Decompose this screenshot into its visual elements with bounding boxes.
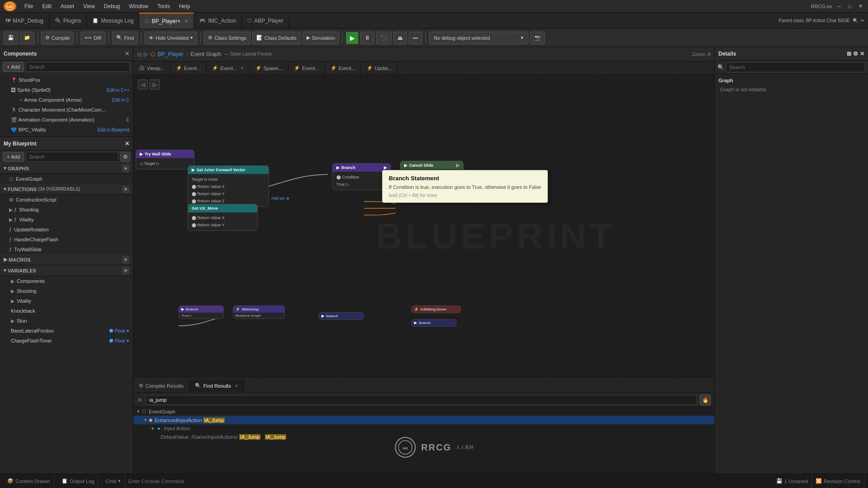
bottom-tab-find[interactable]: 🔍 Find Results ✕ [189, 379, 244, 393]
comp-sprite[interactable]: 🖼 Sprite (Sprite0) Edit in C++ [0, 85, 133, 95]
settings-button[interactable]: ⚙ [120, 152, 130, 162]
components-close[interactable]: ✕ [125, 51, 129, 57]
bottom-tab-compiler[interactable]: ⚙ Compiler Results [133, 379, 189, 393]
details-grid-icon[interactable]: ⊞ [847, 51, 851, 57]
graph-tab-event3[interactable]: ⚡ Event... [288, 61, 325, 75]
output-log-button[interactable]: 📋 Output Log [58, 474, 98, 488]
shooting-fn-item[interactable]: ▶ ƒ Shooting [0, 205, 133, 215]
node-try-wall-slide[interactable]: ▶ Try Wall Slide ◁ Target ▷ [136, 150, 194, 169]
my-blueprint-search[interactable] [26, 152, 118, 162]
add-macro-button[interactable]: + [122, 256, 129, 263]
tab-bp-player[interactable]: ⬡ BP_Player+ ✕ [139, 13, 194, 29]
class-defaults-button[interactable]: 📝 Class Defaults [252, 32, 301, 44]
details-search-input[interactable] [726, 62, 865, 72]
hide-unrelated-button[interactable]: 👁 Hide Unrelated ▾ [145, 32, 197, 44]
comp-shootpos[interactable]: 📍 ShootPos [0, 75, 133, 85]
eject-button[interactable]: ⏏ [393, 32, 407, 44]
close-btn[interactable]: ✕ [857, 3, 864, 9]
find-button-execute[interactable]: 🔥 [700, 394, 711, 405]
tab-map-debug[interactable]: 🗺 MAP_Debug [0, 13, 49, 29]
graph-tab-event2[interactable]: ⚡ Event... ✕ [207, 61, 250, 75]
construction-script-item[interactable]: ⚙ ConstructionScript [0, 195, 133, 205]
menu-edit[interactable]: Edit [38, 2, 56, 10]
try-wall-slide-item[interactable]: ƒ TryWallSlide [0, 244, 133, 254]
console-input[interactable] [128, 476, 769, 486]
components-search[interactable] [26, 62, 130, 72]
mbp-add-button[interactable]: + Add [3, 152, 24, 162]
menu-window[interactable]: Window [124, 2, 153, 10]
find-results-close[interactable]: ✕ [235, 384, 238, 388]
result-default-value[interactable]: DefaultValue: /Game/Input/Actions/ IA_Ju… [133, 433, 714, 441]
debug-object-dropdown[interactable]: No debug object selected ▾ [429, 32, 528, 44]
menu-file[interactable]: File [20, 2, 38, 10]
simulation-button[interactable]: ▶ Simulation [302, 32, 339, 44]
menu-help[interactable]: Help [175, 2, 195, 10]
find-search-input[interactable] [145, 395, 697, 405]
node-set-actor-fwd[interactable]: ▶ Set Actor Forward Vector Target in Act… [188, 165, 269, 207]
comp-bpc-vitality[interactable]: 💙 BPC_Vitality Edit in Blueprint [0, 125, 133, 135]
graph-tab-event4[interactable]: ⚡ Event... [325, 61, 361, 75]
details-close[interactable]: ✕ [860, 51, 864, 57]
nav-fwd-icon[interactable]: ▷ [144, 51, 148, 57]
nav-back-icon[interactable]: ◁ [137, 51, 141, 57]
var-shooting[interactable]: ▶ Shooting [0, 286, 133, 296]
node-get-ux-move[interactable]: Get UX_Move ⬤ Return Value X ⬤ Return Va… [188, 204, 258, 231]
find-button[interactable]: 🔍 Find [112, 32, 138, 44]
var-charge-flash-timer[interactable]: ChargeFlashTimer Float ▾ [0, 336, 133, 346]
stop-button[interactable]: ⬛ [376, 32, 392, 44]
var-vitality[interactable]: ▶ Vitality [0, 296, 133, 306]
class-settings-button[interactable]: ⚙ Class Settings [204, 32, 250, 44]
save-button[interactable]: 💾 [4, 32, 18, 44]
graph-tab-event1[interactable]: ⚡ Event... [170, 61, 207, 75]
section-variables[interactable]: ▾ VARIABLES + [0, 265, 133, 276]
graph-tab-event2-close[interactable]: ✕ [241, 66, 244, 70]
var-cft-expand[interactable]: ▾ [127, 338, 129, 344]
more-button[interactable]: ••• [409, 32, 422, 44]
var-blf-expand[interactable]: ▾ [127, 328, 129, 334]
vitality-fn-item[interactable]: ▶ ƒ Vitality [0, 215, 133, 225]
revision-control-button[interactable]: 🔀 Revision Control [812, 474, 864, 488]
result-group-event-graph[interactable]: ▾ ⬡ EventGraph [133, 407, 714, 416]
section-functions[interactable]: ▾ FUNCTIONS (34 OVERRIDABLE) + [0, 184, 133, 195]
cmd-dropdown[interactable]: Cmd ▾ [102, 474, 124, 488]
details-settings-icon[interactable]: ⚙ [853, 51, 858, 57]
graph-tab-viewport[interactable]: 🎥 Viewp... [133, 61, 170, 75]
event-graph-item[interactable]: ⬡ EventGraph [0, 174, 133, 184]
sprite-edit-link[interactable]: Edit in C++ [107, 88, 129, 93]
tab-bp-player-close[interactable]: ✕ [184, 19, 188, 23]
add-variable-button[interactable]: + [122, 267, 129, 274]
blueprint-canvas[interactable]: BLUEPRINT ▶ Try Wall Slide [133, 75, 714, 379]
section-graphs[interactable]: ▾ GRAPHS + [0, 163, 133, 174]
components-add-button[interactable]: + Add [3, 62, 24, 72]
content-drawer-button[interactable]: 📦 Content Drawer [4, 474, 54, 488]
menu-tools[interactable]: Tools [153, 2, 175, 10]
result-input-action-group[interactable]: ▾ ● Input Action [133, 424, 714, 433]
tab-imc-action[interactable]: 🎮 IMC_Action [194, 13, 242, 29]
section-macros[interactable]: ▶ MACROS + [0, 254, 133, 265]
my-blueprint-close[interactable]: ✕ [125, 141, 129, 147]
restore-btn[interactable]: □ [846, 4, 853, 9]
search-parent-icon[interactable]: 🔍 [853, 18, 858, 23]
graph-tab-spawn[interactable]: ⚡ Spawn... [250, 61, 289, 75]
pause-button[interactable]: ⏸ [360, 32, 374, 44]
comp-arrow[interactable]: → Arrow Component (Arrow) Edit in C [0, 95, 133, 105]
var-components[interactable]: ▶ Components [0, 276, 133, 286]
canvas-nav-fwd[interactable]: ▷ [150, 80, 160, 89]
breadcrumb-bp-player[interactable]: BP_Player [158, 51, 184, 57]
comp-char-movement[interactable]: 🏃 Character Movement (CharMoveCom... [0, 105, 133, 115]
unsaved-indicator[interactable]: 💾 1 Unsaved [773, 474, 812, 488]
add-graph-button[interactable]: + [122, 165, 129, 172]
vitality-edit-link[interactable]: Edit in Blueprint [98, 127, 129, 132]
var-base-lateral-friction[interactable]: BaseLateralFriction Float ▾ [0, 326, 133, 336]
add-function-button[interactable]: + [122, 186, 129, 193]
canvas-nav-back[interactable]: ◁ [138, 80, 148, 89]
browse-button[interactable]: 📁 [20, 32, 34, 44]
result-enhanced-input[interactable]: ▾ ◆ EnhancedInputAction IA_Jump [133, 416, 714, 424]
handle-charge-flash-item[interactable]: ƒ HandleChargeFlash [0, 235, 133, 244]
anim-edit-link[interactable]: E [126, 117, 129, 122]
play-button[interactable]: ▶ [346, 32, 359, 44]
compile-button[interactable]: ⚙ Compile [41, 32, 74, 44]
diff-button[interactable]: ⟺ Diff [80, 32, 105, 44]
graph-tab-update[interactable]: ⚡ Updat... [361, 61, 398, 75]
menu-debug[interactable]: Debug [99, 2, 124, 10]
